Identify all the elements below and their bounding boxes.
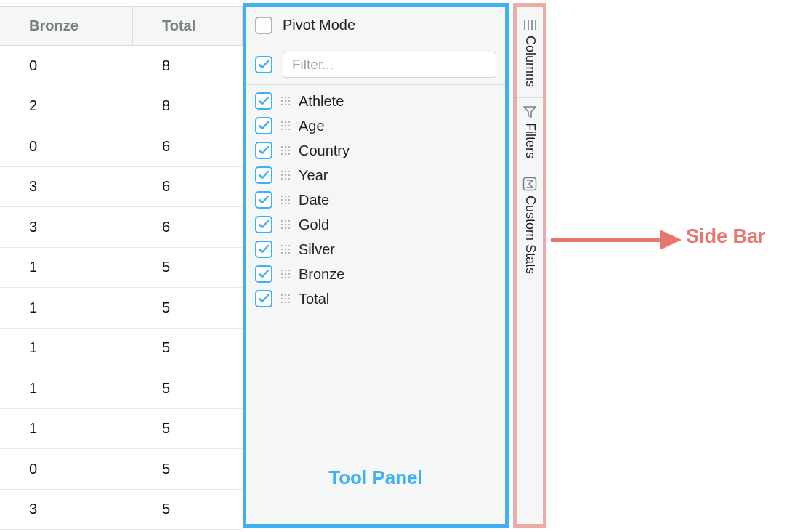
tool-panel: Pivot Mode Athlete Age Country Year [243,3,509,528]
tool-panel-caption: Tool Panel [246,467,505,489]
cell-bronze: 3 [0,207,133,247]
column-item-label: Athlete [299,93,344,110]
column-header-bronze[interactable]: Bronze [0,7,133,45]
table-row[interactable]: 15 [0,288,243,329]
columns-icon [523,18,536,31]
column-item-label: Date [299,192,329,209]
grid-body: 08 28 06 36 36 15 15 15 15 15 05 35 25 [0,46,243,532]
column-item[interactable]: Date [255,191,496,209]
column-item-label: Country [299,142,350,159]
cell-total: 5 [133,409,243,449]
column-item-label: Silver [299,241,335,258]
cell-total: 5 [133,329,243,368]
sidebar-tab-label: Columns [522,36,538,87]
column-item[interactable]: Year [255,166,496,184]
funnel-icon [523,105,536,118]
drag-handle-icon[interactable] [281,121,290,130]
column-item-label: Age [299,118,325,134]
drag-handle-icon[interactable] [281,196,290,204]
column-item[interactable]: Country [255,142,496,159]
cell-total: 6 [133,167,243,207]
cell-total: 5 [133,248,243,288]
column-item-label: Gold [299,217,329,233]
column-checkbox[interactable] [255,290,272,307]
sidebar-tab-columns[interactable]: Columns [517,11,543,98]
column-checkbox[interactable] [255,241,272,258]
column-checkbox[interactable] [255,92,272,110]
svg-marker-6 [660,230,682,250]
drag-handle-icon[interactable] [281,171,290,180]
column-item-label: Total [299,291,329,307]
column-item[interactable]: Gold [255,216,496,233]
sidebar-tab-filters[interactable]: Filters [517,98,543,169]
pivot-mode-row: Pivot Mode [246,7,505,44]
table-row[interactable]: 35 [0,490,243,531]
column-checkbox[interactable] [255,142,272,159]
cell-bronze: 0 [0,46,133,86]
cell-bronze: 3 [0,167,133,207]
cell-total: 5 [133,368,243,408]
column-checkbox[interactable] [255,166,272,184]
pivot-mode-checkbox[interactable] [255,17,272,34]
cell-total: 5 [133,288,243,328]
cell-bronze: 1 [0,409,133,449]
table-row[interactable]: 15 [0,329,243,369]
cell-bronze: 1 [0,368,133,408]
drag-handle-icon[interactable] [281,146,290,155]
arrow-right-icon [551,225,682,254]
cell-total: 5 [133,449,243,489]
table-row[interactable]: 08 [0,46,243,86]
side-bar: Columns Filters Custom Stats [513,3,546,528]
cell-bronze: 2 [0,86,133,126]
cell-bronze: 3 [0,490,133,530]
sidebar-tab-label: Custom Stats [522,196,538,274]
column-item[interactable]: Age [255,117,496,134]
sidebar-tab-custom-stats[interactable]: Custom Stats [517,169,543,284]
drag-handle-icon[interactable] [281,294,290,303]
column-filter-input[interactable] [283,52,496,78]
side-bar-caption: Side Bar [686,225,766,248]
table-row[interactable]: 05 [0,449,243,490]
cell-bronze: 1 [0,329,133,368]
column-item[interactable]: Bronze [255,265,496,283]
cell-bronze: 1 [0,288,133,328]
filter-row [246,44,505,85]
table-row[interactable]: 15 [0,248,243,289]
column-item-label: Bronze [299,266,344,283]
column-item[interactable]: Total [255,290,496,307]
cell-total: 6 [133,126,243,166]
cell-total: 6 [133,207,243,247]
pivot-mode-label: Pivot Mode [283,17,355,33]
grid-header-row: Bronze Total [0,7,243,46]
cell-bronze: 1 [0,248,133,288]
drag-handle-icon[interactable] [281,270,290,278]
drag-handle-icon[interactable] [281,245,290,254]
column-checkbox[interactable] [255,117,272,134]
cell-total: 8 [133,46,243,86]
cell-total: 8 [133,86,243,126]
column-item[interactable]: Silver [255,241,496,258]
column-checkbox[interactable] [255,216,272,233]
data-grid: Bronze Total 08 28 06 36 36 15 15 15 15 … [0,6,243,532]
column-list: Athlete Age Country Year Date Gold [246,85,505,315]
cell-bronze: 0 [0,126,133,166]
drag-handle-icon[interactable] [281,97,290,105]
sidebar-tab-label: Filters [522,123,538,158]
column-checkbox[interactable] [255,265,272,283]
table-row[interactable]: 15 [0,368,243,409]
table-row[interactable]: 15 [0,409,243,450]
table-row[interactable]: 36 [0,167,243,208]
table-row[interactable]: 06 [0,126,243,167]
column-item-label: Year [299,167,328,184]
column-checkbox[interactable] [255,191,272,209]
table-row[interactable]: 28 [0,86,243,127]
column-item[interactable]: Athlete [255,92,496,110]
cell-bronze: 0 [0,449,133,489]
sigma-icon [522,177,537,191]
select-all-checkbox[interactable] [255,56,272,73]
drag-handle-icon[interactable] [281,220,290,229]
column-header-total[interactable]: Total [133,7,243,45]
cell-total: 5 [133,490,243,530]
table-row[interactable]: 36 [0,207,243,248]
